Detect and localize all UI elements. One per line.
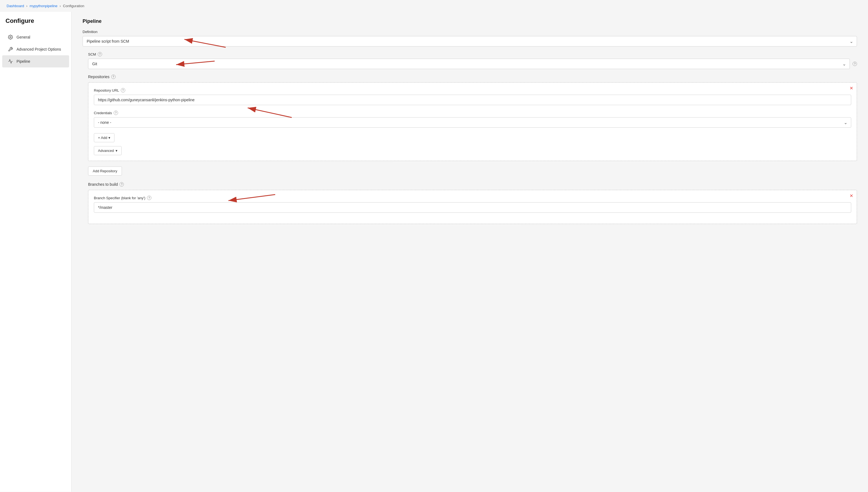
- repo-url-label-text: Repository URL: [94, 88, 119, 93]
- branch-specifier-input[interactable]: [94, 202, 851, 213]
- repository-close-button[interactable]: ✕: [848, 85, 854, 91]
- scm-label-text: SCM: [88, 52, 96, 56]
- branch-close-button[interactable]: ✕: [848, 193, 854, 198]
- credentials-field-group: Credentials ? - none - ⌄: [94, 110, 851, 128]
- svg-point-0: [10, 36, 11, 38]
- repositories-label: Repositories ?: [88, 75, 857, 79]
- advanced-label: Advanced: [98, 149, 114, 153]
- credentials-label-text: Credentials: [94, 111, 112, 115]
- add-credentials-label: + Add: [98, 136, 107, 140]
- main-content: Pipeline Definition Pipeline script from…: [72, 12, 868, 492]
- flow-icon: [8, 58, 13, 64]
- scm-label: SCM ?: [88, 52, 857, 56]
- branches-label: Branches to build ?: [88, 182, 857, 187]
- repositories-help-icon[interactable]: ?: [111, 75, 116, 79]
- wrench-icon: [8, 47, 13, 52]
- page-title: Configure: [0, 17, 71, 31]
- definition-field-group: Definition Pipeline script from SCMPipel…: [82, 30, 857, 47]
- content-wrapper: Pipeline Definition Pipeline script from…: [82, 19, 857, 224]
- gear-icon: [8, 34, 13, 40]
- scm-select-row: GitNone ⌄ ?: [88, 58, 857, 69]
- repo-url-help-icon[interactable]: ?: [121, 88, 125, 93]
- add-credentials-button[interactable]: + Add ▾: [94, 133, 115, 142]
- repositories-section: Repositories ? ✕ Repository URL ?: [82, 75, 857, 176]
- add-credentials-row: + Add ▾: [94, 133, 851, 142]
- definition-select-wrapper: Pipeline script from SCMPipeline script …: [82, 36, 857, 47]
- branch-card: ✕ Branch Specifier (blank for 'any') ?: [88, 190, 857, 224]
- sidebar-item-pipeline-label: Pipeline: [17, 59, 30, 64]
- scm-field-group: SCM ? GitNone ⌄ ?: [82, 52, 857, 69]
- sidebar-item-advanced-label: Advanced Project Options: [17, 47, 61, 51]
- scm-select-wrapper: GitNone ⌄: [88, 58, 850, 69]
- breadcrumb-pipeline[interactable]: mypythonpipeline: [30, 4, 57, 8]
- add-repository-button[interactable]: Add Repository: [88, 167, 122, 176]
- branch-specifier-help-icon[interactable]: ?: [147, 196, 151, 200]
- branch-specifier-field-group: Branch Specifier (blank for 'any') ?: [94, 196, 851, 213]
- credentials-help-icon[interactable]: ?: [114, 110, 118, 115]
- breadcrumb-chevron-1: ›: [26, 4, 27, 8]
- credentials-select-wrapper: - none - ⌄: [94, 117, 851, 128]
- credentials-label: Credentials ?: [94, 110, 851, 115]
- advanced-button[interactable]: Advanced ▾: [94, 146, 122, 155]
- breadcrumb: Dashboard › mypythonpipeline › Configura…: [0, 0, 868, 12]
- branches-help-icon[interactable]: ?: [120, 182, 124, 187]
- add-chevron-icon: ▾: [108, 136, 110, 140]
- breadcrumb-dashboard[interactable]: Dashboard: [7, 4, 24, 8]
- advanced-chevron-icon: ▾: [116, 149, 118, 153]
- branches-section: Branches to build ? ✕ Branch Specifier (…: [82, 182, 857, 224]
- sidebar-item-general-label: General: [17, 35, 30, 39]
- breadcrumb-chevron-2: ›: [60, 4, 61, 8]
- sidebar-item-pipeline[interactable]: Pipeline: [2, 55, 69, 68]
- definition-label-text: Definition: [82, 30, 97, 34]
- repo-url-label: Repository URL ?: [94, 88, 851, 93]
- branch-specifier-label: Branch Specifier (blank for 'any') ?: [94, 196, 851, 200]
- credentials-select[interactable]: - none -: [94, 117, 851, 128]
- sidebar-item-advanced-project-options[interactable]: Advanced Project Options: [2, 43, 69, 55]
- definition-label: Definition: [82, 30, 857, 34]
- repo-url-input[interactable]: [94, 95, 851, 105]
- section-title: Pipeline: [82, 19, 857, 24]
- add-repository-label: Add Repository: [93, 169, 117, 173]
- scm-extra-help-icon[interactable]: ?: [852, 62, 857, 66]
- repositories-label-text: Repositories: [88, 75, 109, 79]
- branches-label-text: Branches to build: [88, 182, 118, 187]
- definition-select[interactable]: Pipeline script from SCMPipeline script: [82, 36, 857, 47]
- sidebar: Configure General Advanced Project Optio…: [0, 12, 72, 492]
- branch-specifier-label-text: Branch Specifier (blank for 'any'): [94, 196, 145, 200]
- scm-select[interactable]: GitNone: [88, 58, 850, 69]
- breadcrumb-current: Configuration: [63, 4, 84, 8]
- repo-url-field-group: Repository URL ?: [94, 88, 851, 105]
- sidebar-item-general[interactable]: General: [2, 31, 69, 43]
- repository-card: ✕ Repository URL ? Credentials ?: [88, 82, 857, 161]
- scm-help-icon[interactable]: ?: [98, 52, 102, 56]
